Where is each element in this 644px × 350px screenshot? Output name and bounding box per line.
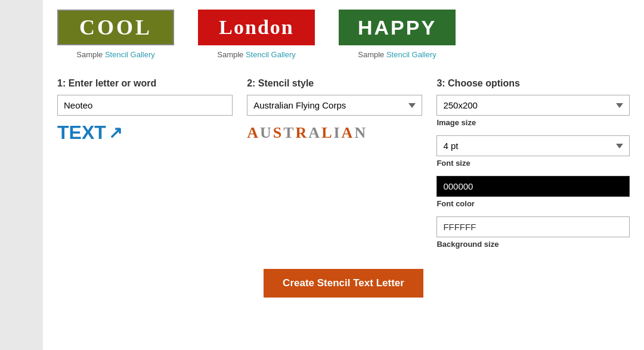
preview-arrow: ↗ — [109, 123, 122, 143]
gallery-label-static-cool: Sample — [76, 50, 105, 59]
gallery-row: COOL Sample Stencil Gallery London Sampl… — [57, 10, 630, 59]
font-size-group: 2 pt 4 pt 6 pt 8 pt 10 pt Font size — [436, 135, 630, 168]
section1-title: 1: Enter letter or word — [57, 78, 233, 89]
banner-cool: COOL — [57, 10, 174, 45]
image-size-select-wrapper: 250x200 500x400 750x600 — [436, 95, 630, 116]
aus-R: R — [296, 124, 309, 142]
stencil-style-select[interactable]: Australian Flying Corps Cool London Happ… — [247, 95, 422, 116]
banner-london-text: London — [219, 16, 293, 39]
aus-N: N — [354, 124, 367, 142]
col-enter-text: 1: Enter letter or word TEXT↗ — [57, 78, 233, 257]
aus-S: S — [273, 124, 283, 142]
font-color-input[interactable] — [436, 176, 630, 197]
gallery-link-london[interactable]: Stencil Gallery — [246, 50, 296, 59]
stencil-style-preview: AUSTRALIAN — [247, 123, 422, 142]
col-stencil-style: 2: Stencil style Australian Flying Corps… — [247, 78, 422, 257]
gallery-label-happy: Sample Stencil Gallery — [358, 50, 436, 59]
aus-I: I — [333, 124, 341, 142]
font-size-select[interactable]: 2 pt 4 pt 6 pt 8 pt 10 pt — [436, 135, 630, 156]
create-stencil-button[interactable]: Create Stencil Text Letter — [264, 269, 423, 298]
australian-text-preview: AUSTRALIAN — [247, 124, 367, 142]
image-size-select[interactable]: 250x200 500x400 750x600 — [436, 95, 630, 116]
gallery-item-london: London Sample Stencil Gallery — [198, 10, 315, 59]
gallery-item-happy: HAPPY Sample Stencil Gallery — [339, 10, 456, 59]
gallery-item-cool: COOL Sample Stencil Gallery — [57, 10, 174, 59]
gallery-label-london: Sample Stencil Gallery — [217, 50, 296, 59]
aus-A2: A — [308, 124, 321, 142]
gallery-label-static-happy: Sample — [358, 50, 386, 59]
banner-happy-text: HAPPY — [358, 16, 436, 39]
bg-color-group: Background size — [436, 216, 630, 249]
section2-title: 2: Stencil style — [247, 78, 422, 89]
sidebar — [0, 0, 43, 350]
font-size-select-wrapper: 2 pt 4 pt 6 pt 8 pt 10 pt — [436, 135, 630, 156]
banner-happy: HAPPY — [339, 10, 456, 45]
col-options: 3: Choose options 250x200 500x400 750x60… — [436, 78, 630, 257]
font-color-label: Font color — [436, 199, 630, 208]
gallery-link-happy[interactable]: Stencil Gallery — [386, 50, 436, 59]
aus-L: L — [321, 124, 333, 142]
image-size-label: Image size — [436, 118, 630, 127]
form-row: 1: Enter letter or word TEXT↗ 2: Stencil… — [57, 78, 630, 257]
text-input[interactable] — [57, 95, 233, 116]
preview-word: TEXT — [57, 122, 106, 144]
aus-U: U — [260, 124, 273, 142]
aus-T: T — [283, 124, 295, 142]
main-content: COOL Sample Stencil Gallery London Sampl… — [43, 0, 644, 350]
image-size-group: 250x200 500x400 750x600 Image size — [436, 95, 630, 127]
banner-cool-text: COOL — [79, 15, 152, 40]
preview-text-display: TEXT↗ — [57, 122, 233, 144]
bg-color-input[interactable] — [436, 216, 630, 237]
section3-title: 3: Choose options — [436, 78, 630, 89]
stencil-select-wrapper: Australian Flying Corps Cool London Happ… — [247, 95, 422, 116]
font-size-label: Font size — [436, 159, 630, 168]
banner-london: London — [198, 10, 315, 45]
font-color-group: Font color — [436, 176, 630, 208]
submit-row: Create Stencil Text Letter — [57, 269, 630, 298]
gallery-label-static-london: Sample — [217, 50, 246, 59]
aus-A3: A — [342, 124, 355, 142]
gallery-label-cool: Sample Stencil Gallery — [76, 50, 155, 59]
bg-size-label: Background size — [436, 240, 630, 249]
aus-A: A — [247, 124, 260, 142]
gallery-link-cool[interactable]: Stencil Gallery — [105, 50, 155, 59]
